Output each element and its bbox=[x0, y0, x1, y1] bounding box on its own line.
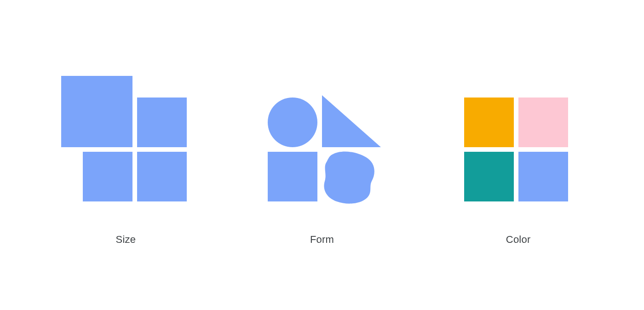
size-small-square-bl-icon bbox=[83, 152, 132, 201]
form-circle-icon bbox=[268, 98, 317, 147]
color-square-pink-icon bbox=[518, 98, 568, 147]
size-graphic bbox=[57, 64, 195, 202]
form-blob-icon bbox=[321, 151, 377, 204]
color-square-blue-icon bbox=[518, 152, 568, 201]
size-large-square-icon bbox=[61, 76, 132, 147]
color-graphic bbox=[449, 64, 587, 202]
panel-color: Color bbox=[449, 64, 587, 246]
form-graphic bbox=[253, 64, 391, 202]
size-small-square-br-icon bbox=[137, 152, 187, 201]
color-square-amber-icon bbox=[464, 98, 514, 147]
color-label: Color bbox=[506, 234, 531, 246]
panel-form: Form bbox=[253, 64, 391, 246]
form-triangle-icon bbox=[322, 95, 381, 147]
color-square-teal-icon bbox=[464, 152, 514, 201]
panel-size: Size bbox=[57, 64, 195, 246]
size-label: Size bbox=[116, 234, 136, 246]
size-small-square-top-icon bbox=[137, 98, 187, 147]
diagram-container: Size Form Color bbox=[0, 0, 644, 310]
form-square-icon bbox=[268, 152, 317, 201]
form-label: Form bbox=[310, 234, 334, 246]
